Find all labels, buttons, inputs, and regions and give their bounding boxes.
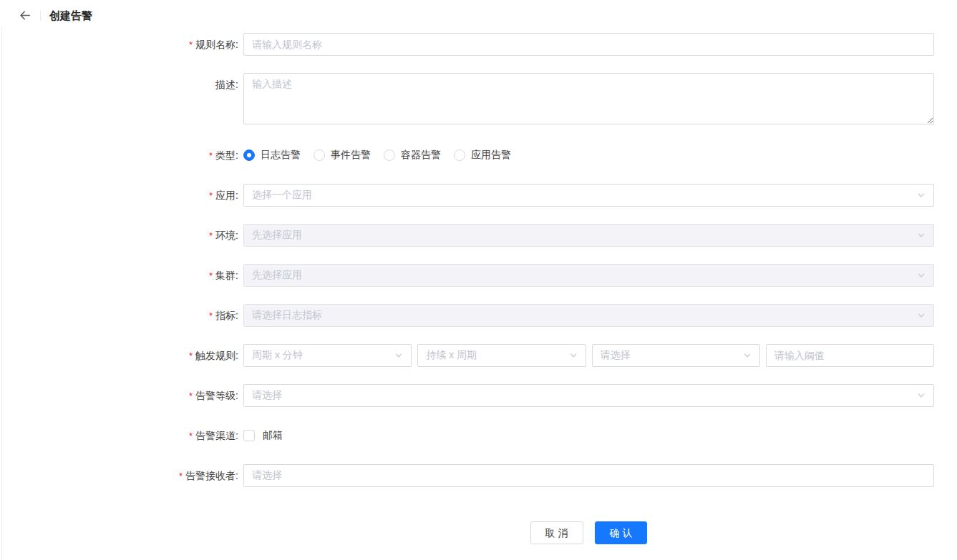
- trigger-duration-select[interactable]: 持续 x 周期: [417, 344, 586, 367]
- page-title: 创建告警: [49, 9, 92, 23]
- required-marker: *: [209, 270, 213, 281]
- form-row-trigger-rule: *触发规则: 周期 x 分钟 持续 x 周期 请选择: [0, 344, 957, 367]
- chevron-down-icon: [917, 391, 926, 400]
- alert-level-select[interactable]: 请选择: [243, 384, 934, 407]
- page-header: 创建告警: [0, 0, 957, 23]
- chevron-down-icon: [917, 271, 926, 280]
- radio-selected-icon: [243, 149, 255, 161]
- form-row-type: *类型: 日志告警 事件告警 容器告警 应用告警: [0, 144, 957, 167]
- field-label: *环境:: [0, 224, 238, 243]
- required-marker: *: [189, 39, 193, 50]
- field-label: *类型:: [0, 144, 238, 163]
- header-divider: [40, 11, 41, 21]
- chevron-down-icon: [917, 191, 926, 200]
- email-checkbox[interactable]: [243, 430, 255, 441]
- radio-container-alert[interactable]: 容器告警: [384, 149, 441, 162]
- form-row-description: 描述:: [0, 73, 957, 127]
- field-label: *指标:: [0, 304, 238, 323]
- rule-name-input[interactable]: [243, 33, 934, 56]
- confirm-button[interactable]: 确 认: [595, 521, 648, 544]
- threshold-input[interactable]: [766, 344, 934, 367]
- form-row-metric: *指标: 请选择日志指标: [0, 304, 957, 327]
- required-marker: *: [209, 150, 213, 161]
- cluster-select[interactable]: 先选择应用: [243, 264, 934, 287]
- environment-select[interactable]: 先选择应用: [243, 224, 934, 247]
- form-footer: 取 消 确 认: [243, 521, 934, 544]
- form-row-environment: *环境: 先选择应用: [0, 224, 957, 247]
- form-row-alert-recipients: *告警接收者: 请选择: [0, 464, 957, 487]
- required-marker: *: [179, 471, 183, 481]
- application-select[interactable]: 选择一个应用: [243, 184, 934, 207]
- field-label: *集群:: [0, 264, 238, 283]
- card-left-border: [1, 26, 2, 560]
- email-checkbox-label: 邮箱: [263, 429, 283, 442]
- back-button[interactable]: [17, 9, 31, 23]
- cancel-button[interactable]: 取 消: [530, 521, 583, 544]
- field-label: *应用:: [0, 184, 238, 203]
- radio-unselected-icon: [384, 149, 395, 161]
- alert-type-radio-group: 日志告警 事件告警 容器告警 应用告警: [243, 144, 511, 167]
- required-marker: *: [189, 431, 193, 441]
- radio-unselected-icon: [314, 149, 325, 161]
- field-label: *告警渠道:: [0, 424, 238, 443]
- required-marker: *: [209, 310, 213, 321]
- trigger-rule-group: 周期 x 分钟 持续 x 周期 请选择: [243, 344, 934, 367]
- radio-application-alert[interactable]: 应用告警: [454, 149, 511, 162]
- chevron-down-icon: [394, 351, 403, 360]
- required-marker: *: [209, 190, 213, 201]
- form-row-cluster: *集群: 先选择应用: [0, 264, 957, 287]
- form-row-rule-name: *规则名称:: [0, 33, 957, 56]
- chevron-down-icon: [569, 351, 578, 360]
- radio-log-alert[interactable]: 日志告警: [243, 149, 301, 162]
- create-alert-form: *规则名称: 描述: *类型: 日志告警 事件告警: [0, 33, 957, 544]
- field-label: *告警等级:: [0, 384, 238, 403]
- field-label: 描述:: [0, 73, 238, 92]
- alert-recipients-select[interactable]: 请选择: [243, 464, 934, 487]
- alert-channel-group: 邮箱: [243, 424, 283, 447]
- form-row-application: *应用: 选择一个应用: [0, 184, 957, 207]
- chevron-down-icon: [743, 351, 752, 360]
- radio-unselected-icon: [454, 149, 465, 161]
- radio-event-alert[interactable]: 事件告警: [314, 149, 371, 162]
- trigger-operator-select[interactable]: 请选择: [592, 344, 760, 367]
- metric-select[interactable]: 请选择日志指标: [243, 304, 934, 327]
- required-marker: *: [189, 390, 193, 401]
- chevron-down-icon: [917, 311, 926, 320]
- chevron-down-icon: [917, 231, 926, 240]
- form-row-alert-level: *告警等级: 请选择: [0, 384, 957, 407]
- required-marker: *: [209, 230, 213, 241]
- field-label: *规则名称:: [0, 33, 238, 52]
- description-textarea[interactable]: [243, 73, 934, 124]
- field-label: *告警接收者:: [0, 464, 238, 483]
- trigger-period-select[interactable]: 周期 x 分钟: [243, 344, 412, 367]
- required-marker: *: [189, 350, 193, 361]
- field-label: *触发规则:: [0, 344, 238, 363]
- back-arrow-icon: [19, 9, 31, 21]
- form-row-alert-channel: *告警渠道: 邮箱: [0, 424, 957, 447]
